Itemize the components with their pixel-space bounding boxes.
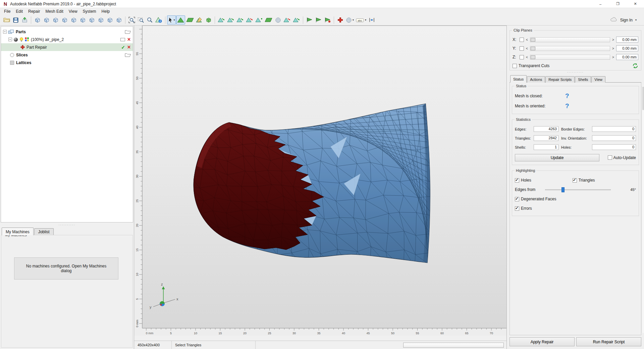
sphere-tool-button[interactable]: ▾: [345, 15, 355, 24]
apply-repair-check-icon[interactable]: ✓: [121, 45, 125, 50]
transparent-cuts-checkbox[interactable]: [513, 64, 517, 68]
clip-z-checkbox[interactable]: [520, 55, 524, 59]
auto-update-checkbox[interactable]: [608, 155, 612, 160]
cube-button[interactable]: [78, 15, 87, 24]
tree-row-slices[interactable]: Slices: [1, 51, 133, 59]
zoom-button[interactable]: [145, 15, 154, 24]
open-button[interactable]: [2, 15, 11, 24]
tab-view[interactable]: View: [591, 76, 605, 83]
clip-x-right-arrow[interactable]: >: [612, 38, 614, 42]
tri-tool-button[interactable]: [292, 15, 301, 24]
zoom-region-button[interactable]: [136, 15, 145, 24]
abc-button[interactable]: abc▾: [355, 15, 367, 24]
errors-checkbox[interactable]: [515, 206, 519, 211]
menu-repair[interactable]: Repair: [25, 8, 43, 14]
tri-tool-button[interactable]: [226, 15, 235, 24]
inv-orientation-field[interactable]: 0: [592, 135, 636, 141]
minimize-button[interactable]: –: [592, 0, 609, 8]
menu-view[interactable]: View: [66, 8, 80, 14]
sign-in-caret-icon[interactable]: ▾: [635, 18, 637, 21]
tri-tool-red-button[interactable]: [282, 15, 292, 24]
triangles-checkbox[interactable]: [573, 178, 577, 183]
plane-select-button[interactable]: [185, 15, 195, 24]
sphere-tool-button[interactable]: [273, 15, 282, 24]
flag-button[interactable]: [305, 15, 314, 24]
remove-part-icon[interactable]: ✕: [127, 37, 131, 42]
flag-red-button[interactable]: [323, 15, 332, 24]
tab-actions[interactable]: Actions: [527, 76, 545, 83]
border-edges-field[interactable]: 0: [592, 126, 636, 132]
tab-my-machines[interactable]: My Machines: [2, 228, 34, 235]
degenerated-faces-checkbox[interactable]: [515, 197, 519, 201]
cube-button[interactable]: [87, 15, 96, 24]
clip-y-slider[interactable]: [530, 46, 610, 51]
right-panel-scrollbar[interactable]: [642, 86, 644, 333]
tab-joblist[interactable]: Joblist: [34, 228, 54, 235]
cube-button[interactable]: [96, 15, 105, 24]
edges-field[interactable]: 4263: [534, 126, 558, 132]
clip-z-left-arrow[interactable]: <: [526, 55, 528, 59]
plus-red-button[interactable]: [336, 15, 345, 24]
volume-select-button[interactable]: [204, 15, 213, 24]
cube-button[interactable]: [114, 15, 123, 24]
part-colors-icon[interactable]: [25, 37, 29, 42]
menu-file[interactable]: File: [1, 8, 13, 14]
clip-x-left-arrow[interactable]: <: [526, 38, 528, 42]
clip-y-left-arrow[interactable]: <: [526, 47, 528, 50]
measure-button[interactable]: [367, 15, 376, 24]
clip-x-value-field[interactable]: 0.00 mm: [616, 37, 638, 43]
cube-button[interactable]: [51, 15, 60, 24]
holes-field[interactable]: 0: [592, 144, 636, 150]
cube-button[interactable]: [42, 15, 51, 24]
tri-tool-plus-button[interactable]: [254, 15, 264, 24]
holes-checkbox[interactable]: [515, 178, 519, 183]
left-splitter-handle[interactable]: ··········: [0, 223, 134, 227]
clip-y-checkbox[interactable]: [520, 46, 524, 51]
edges-from-slider[interactable]: [545, 187, 611, 192]
cube-button[interactable]: [60, 15, 69, 24]
cursor-button[interactable]: ▾: [167, 15, 176, 24]
tab-repair-scripts[interactable]: Repair Scripts: [545, 76, 575, 83]
clip-z-slider[interactable]: [530, 55, 610, 60]
tri-tool-button[interactable]: [217, 15, 226, 24]
open-slice-folder-icon[interactable]: [125, 53, 131, 57]
tree-row-lattices[interactable]: Lattices: [1, 59, 133, 66]
tree-row-part-repair[interactable]: Part Repair ✓ ✕: [1, 43, 133, 51]
cube-button[interactable]: [69, 15, 78, 24]
menu-system[interactable]: System: [80, 8, 99, 14]
open-part-folder-icon[interactable]: [125, 30, 131, 34]
update-button[interactable]: Update: [515, 154, 599, 161]
maximize-button[interactable]: ❐: [609, 0, 627, 8]
clip-z-right-arrow[interactable]: >: [612, 55, 614, 59]
tree-row-air-pipe-2[interactable]: − (100%) air_pipe_2 ✕: [1, 36, 133, 43]
zoom-fit-button[interactable]: [127, 15, 136, 24]
cube-button[interactable]: [105, 15, 114, 24]
cube-button[interactable]: [33, 15, 42, 24]
brush-select-button[interactable]: [195, 15, 204, 24]
tab-shells[interactable]: Shells: [575, 76, 591, 83]
clip-y-value-field[interactable]: 0.00 mm: [616, 45, 638, 51]
right-splitter-handle[interactable]: ··········: [509, 70, 641, 74]
tri-tool-red-button[interactable]: [245, 15, 254, 24]
triangles-field[interactable]: 2842: [534, 135, 558, 141]
tree-row-parts[interactable]: − Parts: [1, 28, 133, 36]
tri-select-button[interactable]: [176, 15, 185, 24]
no-machines-message[interactable]: No machines configured. Open My Machines…: [14, 257, 118, 280]
menu-edit[interactable]: Edit: [13, 8, 25, 14]
cancel-repair-icon[interactable]: ✕: [127, 45, 131, 50]
viewport-3d[interactable]: z x y: [142, 26, 506, 328]
shells-field[interactable]: 1: [534, 144, 558, 150]
export-button[interactable]: [20, 15, 29, 24]
apply-repair-button[interactable]: Apply Repair: [509, 337, 575, 346]
platform-toggle-icon[interactable]: [120, 38, 125, 41]
tri-tool-button[interactable]: [235, 15, 245, 24]
sign-in-button[interactable]: Sign In: [620, 18, 633, 22]
save-button[interactable]: [11, 15, 20, 24]
clip-y-right-arrow[interactable]: >: [612, 47, 614, 50]
edges-from-slider-thumb[interactable]: [561, 187, 565, 192]
tree-expander-icon[interactable]: −: [8, 38, 12, 41]
menu-mesh-edit[interactable]: Mesh Edit: [43, 8, 66, 14]
visibility-bulb-icon[interactable]: [19, 37, 23, 42]
tab-status[interactable]: Status: [510, 75, 527, 83]
plane-select-button[interactable]: [264, 15, 273, 24]
